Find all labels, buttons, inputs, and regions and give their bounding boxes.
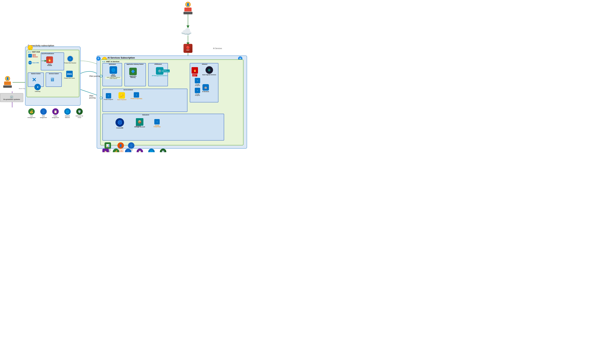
cosmodb-icon: 🌀 CosmoDB xyxy=(115,118,124,129)
data-subnet-label: Datasubnet xyxy=(142,114,149,115)
ai-services-subscription-label: AI Services Subscription xyxy=(107,56,135,59)
vnet-ai-services-label: ⋄⋄ VNET AI Services xyxy=(102,60,119,63)
waf-box: 🔴 WAF xyxy=(184,44,193,53)
internet-user-icon: 👤 xyxy=(184,2,193,14)
private-dns-resolver-icon: ○ Private DNS Resolver xyxy=(64,55,76,63)
fw-subnet-label: AzureFirewallSubnet xyxy=(42,53,54,54)
connectivity-bottom-icons: 💰 Cost management 👤 Role assignment 📋 Po… xyxy=(26,108,84,118)
cost-mgmt-icon-ai: 💰 Cost management assignment xyxy=(111,149,121,152)
waf-label: WAF xyxy=(186,49,190,51)
application-gateway-icon: 🔷 ApplicationGateway xyxy=(129,68,137,78)
corporate-user-icon: 👤 xyxy=(3,76,12,88)
onprem-box: 🏢 On-premises systems xyxy=(0,93,23,102)
arrow-to-firewall xyxy=(41,59,46,63)
vnet-peering-label-bottom: VNetpeering xyxy=(89,95,96,99)
bastion-subnet-label: Bastion Subnet xyxy=(28,73,44,74)
ai-bottom-icons: 🏷️ Tags 💰 Cost management assignment 👤 R… xyxy=(102,149,168,152)
ai-subnet-label: AISubnet xyxy=(191,63,218,65)
private-endpoint-services: ○ Private Endpoint xyxy=(104,93,113,100)
private-endpoint-ai-top: ○ PrivateEndpoint xyxy=(195,78,200,86)
net-watcher-icon-conn: 🌐 Network Watcher xyxy=(62,108,72,118)
diagram-container: 👤 ☁️ 🔴 WAF 👤 🏢 On-premises systems Azure… xyxy=(0,0,251,152)
web-subnet-label: WebSubnet xyxy=(104,63,121,65)
azure-firewall-icon: 🔥 AzureFirewall xyxy=(46,56,53,66)
tags-icon: 🏷️ Tags xyxy=(102,149,109,152)
defender-icon-conn: 🛡️ Defender for Cloud xyxy=(74,108,84,118)
account-label: Account xyxy=(136,125,141,127)
ddos-icon: 🛡 Azure DDoS Standard xyxy=(28,54,38,57)
cloud-icon: ☁️ xyxy=(181,27,192,37)
outbound-endpoint-label: OutboundPublic Endpoint xyxy=(161,70,170,72)
role-assign-icon-ai: 👤 Role assignment xyxy=(123,149,133,152)
vnet-peering-label-top: VNet peering xyxy=(89,75,100,77)
gateway-icon: ✦ Gateway xyxy=(34,84,41,92)
defender-icon-ai: 🛡️ Defender for Cloud xyxy=(158,149,168,152)
policy-assign-icon-ai: 📋 Policy assignment xyxy=(135,149,145,152)
cost-mgmt-icon-conn: 💰 Cost management xyxy=(26,108,36,118)
azure-keyvault-icon: 🔑 Azure KeyVault xyxy=(117,92,126,100)
services-subnet-label: Services Subnet xyxy=(46,73,62,74)
private-endpoints-services: ↕ Private Endpoint(s) xyxy=(131,92,142,99)
azure-webapp-icon: 🌐 AzureWebApp VNET Integration Outbound … xyxy=(105,66,121,79)
azure-dns-icon: DNS Azure DNS xyxy=(28,61,39,64)
services-icon: 🖥 xyxy=(50,77,55,82)
vnet-hub-label: ⋄⋄ VNET-HUB xyxy=(28,51,40,53)
badge-f: F xyxy=(96,56,101,61)
net-watcher-icon-ai: 🌐 Network Watcher xyxy=(146,149,156,152)
vnet-peer-circle-top xyxy=(100,75,102,77)
connectivity-key-icon: 🔑 xyxy=(28,45,33,50)
appgw-subnet-label: Application Gateway Subnet xyxy=(125,63,145,65)
services-subnet-ai-label: ServicesSubnet xyxy=(123,89,133,90)
ai-services-icon: 🤖 AI Services xyxy=(202,84,209,92)
azure-openai-icon: ⊕ Azure OpenAI Services xyxy=(202,66,216,75)
firewall-rules-icon: 🔥 FirewallRules xyxy=(192,67,198,76)
vnet-peer-circle-bottom xyxy=(100,97,102,99)
apim-subnet-label: APIMSubnet xyxy=(149,63,167,65)
services-subnet-box-ai xyxy=(102,89,187,112)
ai-services-detail-label: Al Services xyxy=(213,47,222,49)
policy-assign-icon-conn: 📋 Policy assignment xyxy=(51,108,60,118)
private-endpoint-ai-bottom: ○ PrivateEndpoint xyxy=(195,88,200,96)
onprem-label: On-premises systems xyxy=(3,98,20,100)
role-assign-icon-conn: 👤 Role assignment xyxy=(38,108,48,118)
private-dns-zones-icon: DNS Private DNS Zones xyxy=(64,71,75,79)
bastion-icon: ✕ xyxy=(32,77,36,83)
private-endpoints-data: ↕ PrivateEndpoint(s) xyxy=(154,119,161,127)
